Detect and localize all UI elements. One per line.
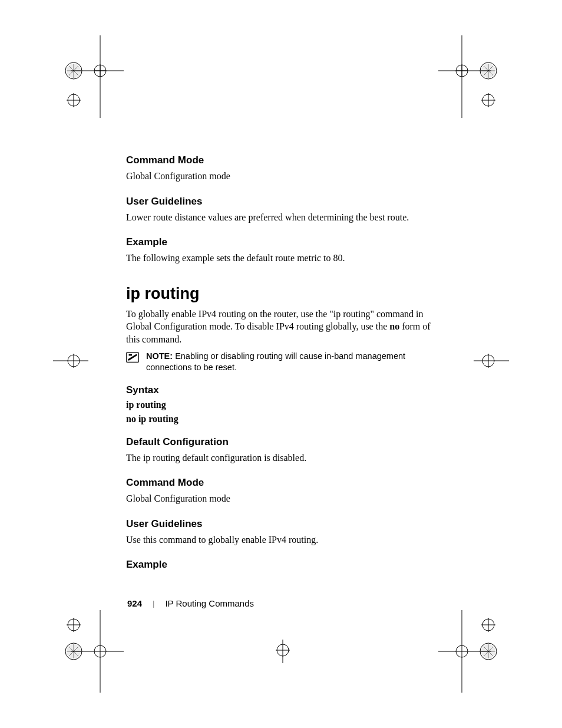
footer-divider: | xyxy=(153,599,154,608)
note-label: NOTE: xyxy=(146,351,173,361)
page-footer: 924 | IP Routing Commands xyxy=(127,598,254,608)
crop-mark-top-left xyxy=(47,35,124,118)
text-default-config: The ip routing default configuration is … xyxy=(126,452,438,465)
intro-paragraph: To globally enable IPv4 routing on the r… xyxy=(126,308,438,346)
heading-syntax: Syntax xyxy=(126,384,438,396)
intro-bold-no: no xyxy=(389,321,399,331)
page-number: 924 xyxy=(127,598,142,608)
crop-mark-mid-right xyxy=(474,352,509,375)
heading-command-mode-1: Command Mode xyxy=(126,154,438,166)
crop-mark-bottom-center xyxy=(265,640,300,663)
syntax-line-2: no ip routing xyxy=(126,414,438,424)
heading-example-2: Example xyxy=(126,559,438,571)
text-command-mode-2: Global Configuration mode xyxy=(126,492,438,505)
note-body: Enabling or disabling routing will cause… xyxy=(146,351,405,373)
heading-user-guidelines-2: User Guidelines xyxy=(126,518,438,530)
heading-command-mode-2: Command Mode xyxy=(126,477,438,489)
text-example-1: The following example sets the default r… xyxy=(126,252,438,265)
intro-pre: To globally enable IPv4 routing on the r… xyxy=(126,309,424,332)
crop-mark-bottom-right xyxy=(438,610,515,693)
heading-default-config: Default Configuration xyxy=(126,436,438,448)
svg-rect-63 xyxy=(129,354,132,355)
note-block: NOTE: Enabling or disabling routing will… xyxy=(126,351,438,374)
syntax-line-1: ip routing xyxy=(126,400,438,410)
crop-mark-bottom-left xyxy=(47,610,124,693)
note-text: NOTE: Enabling or disabling routing will… xyxy=(146,351,438,374)
page-content: Command Mode Global Configuration mode U… xyxy=(126,154,438,574)
heading-example-1: Example xyxy=(126,236,438,248)
text-command-mode-1: Global Configuration mode xyxy=(126,170,438,183)
footer-section-name: IP Routing Commands xyxy=(165,598,254,608)
section-title-ip-routing: ip routing xyxy=(126,285,438,303)
text-user-guidelines-2: Use this command to globally enable IPv4… xyxy=(126,533,438,546)
crop-mark-top-right xyxy=(438,35,515,118)
crop-mark-mid-left xyxy=(53,352,88,375)
heading-user-guidelines-1: User Guidelines xyxy=(126,196,438,207)
text-user-guidelines-1: Lower route distance values are preferre… xyxy=(126,211,438,224)
note-icon xyxy=(126,352,139,363)
